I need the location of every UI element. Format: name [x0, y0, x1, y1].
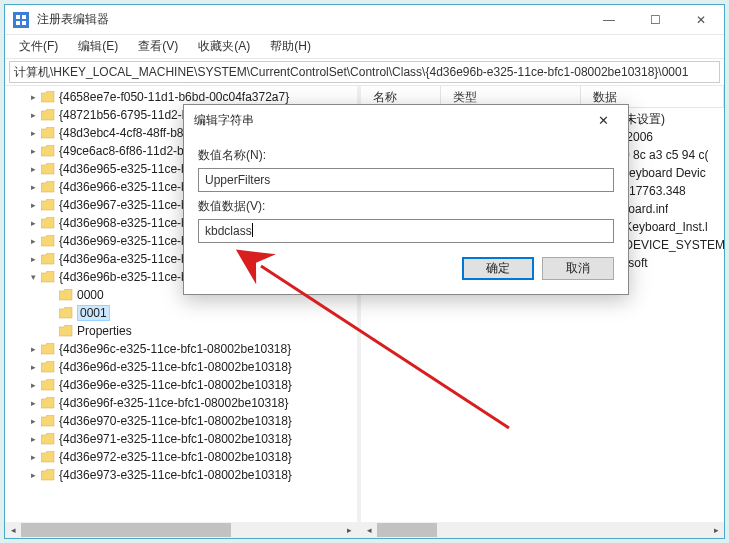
folder-icon: [41, 271, 55, 283]
expand-icon[interactable]: ▸: [27, 433, 39, 445]
expand-icon[interactable]: ▸: [27, 145, 39, 157]
minimize-button[interactable]: —: [586, 5, 632, 35]
titlebar[interactable]: 注册表编辑器 — ☐ ✕: [5, 5, 724, 35]
tree-item-label: {4d36e96f-e325-11ce-bfc1-08002be10318}: [59, 396, 289, 410]
ok-button[interactable]: 确定: [462, 257, 534, 280]
dialog-titlebar[interactable]: 编辑字符串 ✕: [184, 105, 628, 135]
tree-item-label: {4658ee7e-f050-11d1-b6bd-00c04fa372a7}: [59, 90, 289, 104]
tree-item[interactable]: ▸{4d36e970-e325-11ce-bfc1-08002be10318}: [5, 412, 357, 430]
tree-item-label: {48d3ebc4-4cf8-48ff-b86: [59, 126, 190, 140]
folder-icon: [41, 145, 55, 157]
expand-icon[interactable]: ▸: [27, 379, 39, 391]
folder-icon: [41, 343, 55, 355]
value-name-input[interactable]: [198, 168, 614, 192]
cancel-button[interactable]: 取消: [542, 257, 614, 280]
tree-item[interactable]: ▸{4d36e973-e325-11ce-bfc1-08002be10318}: [5, 466, 357, 484]
tree-item-label: {4d36e970-e325-11ce-bfc1-08002be10318}: [59, 414, 292, 428]
dialog-close-button[interactable]: ✕: [588, 105, 618, 135]
maximize-button[interactable]: ☐: [632, 5, 678, 35]
expand-icon[interactable]: ▸: [27, 415, 39, 427]
expand-icon[interactable]: ▸: [27, 343, 39, 355]
tree-item-label: {4d36e967-e325-11ce-bf: [59, 198, 191, 212]
scroll-left-icon[interactable]: ◂: [5, 522, 21, 538]
tree-item-label: {4d36e969-e325-11ce-bf: [59, 234, 191, 248]
menu-edit[interactable]: 编辑(E): [70, 36, 126, 57]
close-button[interactable]: ✕: [678, 5, 724, 35]
scroll-thumb[interactable]: [377, 523, 437, 537]
tree-item-label: {4d36e968-e325-11ce-bf: [59, 216, 191, 230]
tree-item-label: {4d36e96d-e325-11ce-bfc1-08002be10318}: [59, 360, 292, 374]
tree-item-label: {4d36e96a-e325-11ce-bf: [59, 252, 191, 266]
folder-icon: [41, 361, 55, 373]
folder-icon: [41, 181, 55, 193]
svg-rect-2: [16, 21, 20, 25]
folder-icon: [41, 91, 55, 103]
tree-item[interactable]: ▸{4d36e96c-e325-11ce-bfc1-08002be10318}: [5, 340, 357, 358]
tree-item-label: {4d36e972-e325-11ce-bfc1-08002be10318}: [59, 450, 292, 464]
expand-icon[interactable]: ▸: [27, 199, 39, 211]
folder-icon: [41, 253, 55, 265]
value-data-label: 数值数据(V):: [198, 198, 614, 215]
svg-rect-1: [22, 15, 26, 19]
tree-item-label: {4d36e971-e325-11ce-bfc1-08002be10318}: [59, 432, 292, 446]
collapse-icon[interactable]: ▾: [27, 271, 39, 283]
folder-icon: [59, 307, 73, 319]
address-bar[interactable]: 计算机\HKEY_LOCAL_MACHINE\SYSTEM\CurrentCon…: [9, 61, 720, 83]
tree-item[interactable]: ▸Properties: [5, 322, 357, 340]
list-scrollbar-h[interactable]: ◂ ▸: [361, 522, 724, 538]
scroll-right-icon[interactable]: ▸: [708, 522, 724, 538]
tree-item-label: {4d36e96b-e325-11ce-bf: [59, 270, 191, 284]
expand-icon[interactable]: ▸: [27, 253, 39, 265]
menu-favorites[interactable]: 收藏夹(A): [190, 36, 258, 57]
scroll-right-icon[interactable]: ▸: [341, 522, 357, 538]
tree-item[interactable]: ▸0001: [5, 304, 357, 322]
menu-view[interactable]: 查看(V): [130, 36, 186, 57]
folder-icon: [41, 415, 55, 427]
text-cursor: [252, 223, 253, 237]
tree-item[interactable]: ▸{4d36e96d-e325-11ce-bfc1-08002be10318}: [5, 358, 357, 376]
expand-icon[interactable]: ▸: [27, 109, 39, 121]
tree-scrollbar-h[interactable]: ◂ ▸: [5, 522, 357, 538]
expand-icon[interactable]: ▸: [27, 217, 39, 229]
scroll-left-icon[interactable]: ◂: [361, 522, 377, 538]
tree-item-label: {4d36e973-e325-11ce-bfc1-08002be10318}: [59, 468, 292, 482]
tree-item-label: {4d36e96c-e325-11ce-bfc1-08002be10318}: [59, 342, 291, 356]
menu-file[interactable]: 文件(F): [11, 36, 66, 57]
folder-icon: [41, 433, 55, 445]
tree-item-label: {4d36e96e-e325-11ce-bfc1-08002be10318}: [59, 378, 292, 392]
tree-item-label: {4d36e966-e325-11ce-bf: [59, 180, 191, 194]
folder-icon: [41, 109, 55, 121]
tree-item-label: Properties: [77, 324, 132, 338]
menu-help[interactable]: 帮助(H): [262, 36, 319, 57]
app-icon: [13, 12, 29, 28]
value-name-label: 数值名称(N):: [198, 147, 614, 164]
folder-icon: [41, 163, 55, 175]
expand-icon[interactable]: ▸: [27, 361, 39, 373]
expand-icon[interactable]: ▸: [27, 235, 39, 247]
tree-item-label: 0000: [77, 288, 104, 302]
folder-icon: [41, 451, 55, 463]
expand-icon[interactable]: ▸: [27, 397, 39, 409]
scroll-thumb[interactable]: [21, 523, 231, 537]
expand-icon[interactable]: ▸: [27, 163, 39, 175]
tree-item[interactable]: ▸{4d36e96f-e325-11ce-bfc1-08002be10318}: [5, 394, 357, 412]
svg-rect-3: [22, 21, 26, 25]
window-title: 注册表编辑器: [37, 11, 586, 28]
folder-icon: [41, 217, 55, 229]
folder-icon: [41, 127, 55, 139]
expand-icon[interactable]: ▸: [27, 451, 39, 463]
folder-icon: [41, 235, 55, 247]
tree-item-label: {4d36e965-e325-11ce-bf: [59, 162, 191, 176]
folder-icon: [41, 199, 55, 211]
tree-item-label: 0001: [77, 305, 110, 321]
tree-item[interactable]: ▸{4d36e971-e325-11ce-bfc1-08002be10318}: [5, 430, 357, 448]
expand-icon[interactable]: ▸: [27, 127, 39, 139]
value-data-input[interactable]: [198, 219, 614, 243]
dialog-title: 编辑字符串: [194, 112, 588, 129]
tree-item-label: {48721b56-6795-11d2-b: [59, 108, 188, 122]
expand-icon[interactable]: ▸: [27, 91, 39, 103]
expand-icon[interactable]: ▸: [27, 181, 39, 193]
expand-icon[interactable]: ▸: [27, 469, 39, 481]
tree-item[interactable]: ▸{4d36e96e-e325-11ce-bfc1-08002be10318}: [5, 376, 357, 394]
tree-item[interactable]: ▸{4d36e972-e325-11ce-bfc1-08002be10318}: [5, 448, 357, 466]
